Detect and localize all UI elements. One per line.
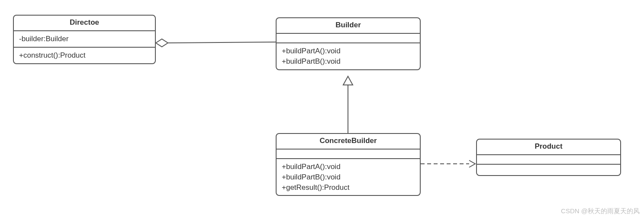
- class-director: Directoe -builder:Builder +construct():P…: [13, 15, 156, 64]
- op-row: +construct():Product: [19, 50, 150, 61]
- op-row: +getResult():Product: [282, 182, 415, 193]
- op-row: +buildPartB():void: [282, 56, 415, 67]
- aggregation-director-builder: [156, 39, 276, 47]
- dependency-concrete-to-product: [421, 160, 475, 167]
- class-title: ConcreteBuilder: [277, 134, 420, 150]
- class-ops: +construct():Product: [14, 48, 155, 63]
- op-row: +buildPartA():void: [282, 46, 415, 56]
- class-title: Builder: [277, 18, 420, 34]
- class-builder: Builder +buildPartA():void +buildPartB()…: [276, 17, 421, 70]
- class-attrs: [477, 155, 620, 165]
- op-row: +buildPartB():void: [282, 172, 415, 182]
- class-attrs: -builder:Builder: [14, 31, 155, 48]
- generalization-concrete-to-builder: [343, 76, 353, 133]
- class-title: Directoe: [14, 16, 155, 31]
- class-attrs: [277, 34, 420, 43]
- watermark: CSDN @秋天的雨夏天的风: [561, 207, 640, 215]
- svg-marker-1: [156, 39, 168, 47]
- svg-marker-3: [343, 76, 353, 85]
- class-ops: [477, 165, 620, 175]
- class-attrs: [277, 150, 420, 159]
- class-title: Product: [477, 140, 620, 155]
- class-product: Product: [476, 139, 621, 176]
- class-concrete-builder: ConcreteBuilder +buildPartA():void +buil…: [276, 133, 421, 196]
- op-row: +buildPartA():void: [282, 162, 415, 172]
- class-ops: +buildPartA():void +buildPartB():void +g…: [277, 159, 420, 195]
- attr-row: -builder:Builder: [19, 34, 150, 44]
- svg-line-0: [168, 42, 276, 43]
- class-ops: +buildPartA():void +buildPartB():void: [277, 43, 420, 69]
